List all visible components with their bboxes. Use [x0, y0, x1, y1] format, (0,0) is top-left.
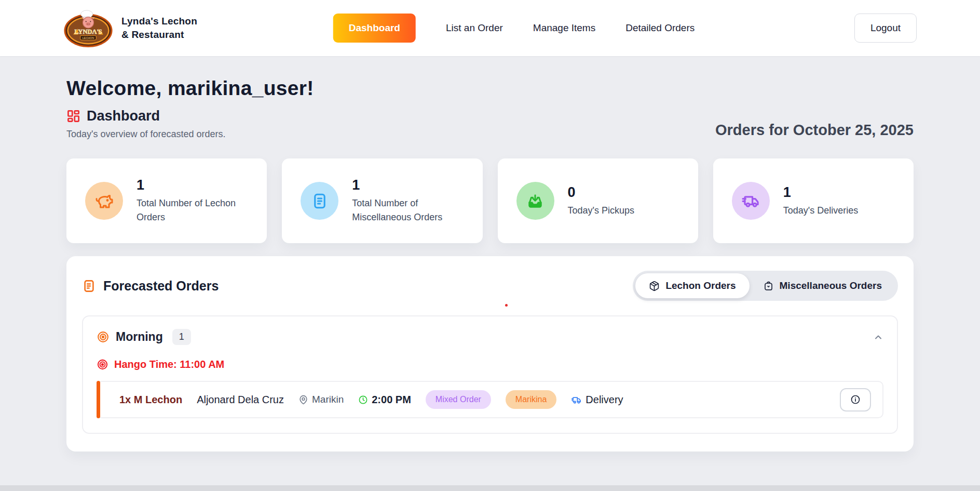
delivery-truck-icon [732, 182, 770, 220]
tab-lechon-orders[interactable]: Lechon Orders [635, 273, 749, 298]
svg-text:LYNDA'S: LYNDA'S [74, 28, 102, 35]
order-type-toggle: Lechon Orders Miscellaneous Orders [633, 271, 898, 301]
shopping-bag-icon [763, 281, 774, 291]
stat-card-deliveries: 1 Today's Deliveries [713, 158, 914, 243]
stat-card-lechon-orders: 1 Total Number of Lechon Orders [66, 158, 267, 243]
forecast-doc-icon [82, 279, 96, 293]
group-count-badge: 1 [172, 329, 191, 345]
page-subtitle: Today's overview of forecasted orders. [66, 129, 226, 140]
stat-value: 0 [568, 184, 635, 201]
stat-value: 1 [783, 184, 859, 201]
order-mode: Delivery [571, 394, 623, 406]
welcome-heading: Welcome, marikina_user! [66, 77, 914, 100]
forecasted-orders-panel: Forecasted Orders Lechon Orders [66, 256, 914, 452]
stat-label: Total Number of Lechon Orders [137, 196, 246, 224]
app-header: LYNDA'S LECHON Lynda's Lechon & Restaura… [0, 0, 980, 56]
stat-value: 1 [352, 177, 461, 193]
page-title: Dashboard [87, 108, 160, 124]
order-customer: Aljonard Dela Cruz [197, 394, 284, 406]
stat-card-pickups: 0 Today's Pickups [498, 158, 698, 243]
badge-mixed-order: Mixed Order [426, 390, 491, 409]
svg-text:LECHON: LECHON [83, 36, 94, 39]
nav-item-manage-items[interactable]: Manage Items [533, 22, 595, 34]
nav-item-list-an-order[interactable]: List an Order [446, 22, 503, 34]
order-location: Marikin [298, 394, 344, 405]
package-icon [649, 281, 660, 291]
file-text-icon [301, 182, 338, 220]
brand: LYNDA'S LECHON Lynda's Lechon & Restaura… [63, 8, 197, 48]
piggy-bank-icon [85, 182, 123, 220]
stat-label: Today's Pickups [568, 204, 635, 218]
order-info-button[interactable] [840, 388, 871, 412]
main-nav: Dashboard List an Order Manage Items Det… [333, 0, 695, 56]
stats-row: 1 Total Number of Lechon Orders 1 Total … [66, 158, 914, 243]
target-icon [97, 359, 108, 370]
logout-button[interactable]: Logout [854, 14, 917, 43]
brand-name: Lynda's Lechon & Restaurant [121, 15, 197, 41]
tab-miscellaneous-orders[interactable]: Miscellaneous Orders [750, 273, 895, 298]
brand-logo: LYNDA'S LECHON [63, 8, 113, 48]
badge-branch: Marikina [506, 390, 556, 409]
order-row: 1x M Lechon Aljonard Dela Cruz Marikin [97, 381, 883, 418]
info-icon [850, 394, 861, 405]
horizontal-scrollbar[interactable] [0, 485, 980, 491]
stat-label: Total Number of Miscellaneous Orders [352, 196, 461, 224]
hango-time: Hango Time: 11:00 AM [97, 359, 883, 370]
chevron-up-icon[interactable] [873, 332, 883, 342]
red-dot [505, 304, 508, 307]
nav-item-dashboard[interactable]: Dashboard [333, 14, 416, 43]
stat-value: 1 [137, 177, 246, 193]
clock-icon [358, 395, 368, 405]
target-icon [97, 330, 110, 343]
morning-group: Morning 1 Hango Time: 11:00 AM [82, 315, 898, 434]
forecast-title: Forecasted Orders [103, 278, 219, 294]
order-item: 1x M Lechon [119, 394, 182, 406]
order-time: 2:00 PM [358, 394, 411, 406]
stat-card-misc-orders: 1 Total Number of Miscellaneous Orders [282, 158, 482, 243]
inbox-download-icon [516, 182, 554, 220]
orders-date-heading: Orders for October 25, 2025 [715, 122, 914, 140]
stat-label: Today's Deliveries [783, 204, 859, 218]
order-accent-bar [97, 381, 100, 418]
nav-item-detailed-orders[interactable]: Detailed Orders [625, 22, 695, 34]
group-name: Morning [116, 330, 163, 344]
truck-icon [571, 394, 582, 405]
map-pin-icon [298, 395, 308, 405]
dashboard-grid-icon [66, 109, 80, 123]
